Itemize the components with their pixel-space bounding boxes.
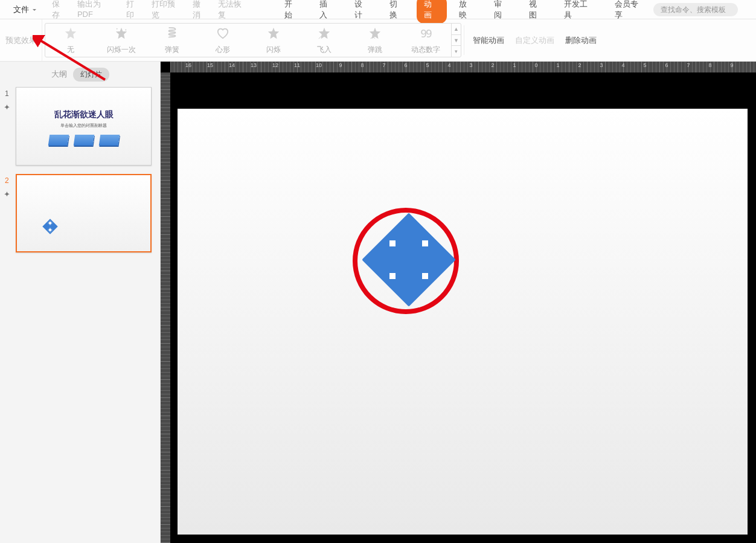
ribbon: 预览效果 无 闪烁一次 弹簧 心形 闪烁 飞入 弹跳: [0, 19, 756, 62]
gallery-item-none[interactable]: 无: [45, 25, 96, 55]
resize-handle[interactable]: [421, 240, 429, 247]
gallery-item-flash-once[interactable]: 闪烁一次: [96, 25, 147, 55]
ruler-number: 4: [621, 62, 624, 68]
ruler-number: 2: [578, 62, 581, 68]
gallery-label: 飞入: [317, 45, 332, 55]
ruler-number: 1: [513, 62, 516, 68]
slide-panel: 大纲 幻灯片 1 ✦ 乱花渐欲迷人眼 单击输入您的封面副标题 2 ✦: [0, 62, 161, 543]
ruler-number: 2: [491, 62, 494, 68]
ruler-number: 1: [556, 62, 559, 68]
menubar: 文件 保存 输出为PDF 打印 打印预览 撤消 无法恢复 开始 插入 设计 切换…: [0, 0, 756, 19]
qat-redo[interactable]: 无法恢复: [214, 0, 253, 23]
tab-member[interactable]: 会员专享: [607, 0, 653, 24]
heart-icon: [215, 25, 231, 41]
ruler-number: 5: [426, 62, 429, 68]
gallery-label: 无: [67, 45, 74, 55]
star-none-icon: [63, 25, 78, 41]
slide-canvas[interactable]: [178, 109, 748, 535]
thumbnails: 1 ✦ 乱花渐欲迷人眼 单击输入您的封面副标题 2 ✦: [0, 83, 160, 265]
ruler-number: 5: [643, 62, 646, 68]
thumbnail-1[interactable]: 1 ✦ 乱花渐欲迷人眼 单击输入您的封面副标题: [16, 87, 156, 165]
shape-quad-arrow[interactable]: [376, 227, 442, 293]
ruler-number: 0: [534, 62, 537, 68]
thumb-subtitle: 单击输入您的封面副标题: [16, 123, 151, 129]
spring-icon: [164, 25, 180, 41]
ruler-number: 11: [294, 62, 300, 68]
workspace: 大纲 幻灯片 1 ✦ 乱花渐欲迷人眼 单击输入您的封面副标题 2 ✦: [0, 62, 756, 543]
smart-animation-button[interactable]: 智能动画: [473, 35, 504, 46]
ruler-number: 9: [339, 62, 342, 68]
tab-animation[interactable]: 动画: [417, 0, 447, 24]
tab-insert[interactable]: 插入: [312, 0, 342, 24]
qat-print[interactable]: 打印: [123, 0, 146, 23]
qat-print-preview[interactable]: 打印预览: [148, 0, 187, 23]
gallery-label: 动态数字: [411, 45, 440, 55]
slide-number: 1: [5, 89, 9, 98]
quick-access-toolbar: 保存 输出为PDF 打印 打印预览 撤消 无法恢复: [48, 0, 253, 23]
tab-transition[interactable]: 切换: [382, 0, 412, 24]
num99-icon: 99: [418, 25, 434, 41]
gallery-item-dynamic-number[interactable]: 99 动态数字: [400, 25, 451, 55]
canvas-area: 16 15 14 13 12 11 10 9 8 7 6 5 4 3 2 1 0…: [161, 62, 756, 543]
animation-star-icon: ✦: [4, 190, 10, 199]
ruler-number: 6: [665, 62, 668, 68]
ruler-number: 8: [708, 62, 711, 68]
search-box[interactable]: 查找命令、搜索模板: [653, 3, 738, 16]
thumbnail-2[interactable]: 2 ✦: [16, 174, 156, 252]
tab-design[interactable]: 设计: [347, 0, 377, 24]
resize-handle[interactable]: [389, 272, 396, 280]
gallery-item-flash[interactable]: 闪烁: [248, 25, 299, 55]
gallery-label: 心形: [216, 45, 230, 55]
ruler-number: 6: [404, 62, 407, 68]
thumb-shape-arrows: [42, 219, 57, 234]
ruler-number: 13: [251, 62, 257, 68]
file-menu[interactable]: 文件: [0, 1, 42, 19]
svg-point-1: [125, 30, 126, 31]
gallery-label: 闪烁: [266, 45, 281, 55]
gallery-item-heart[interactable]: 心形: [197, 25, 248, 55]
delete-animation-button[interactable]: 删除动画: [565, 35, 597, 46]
ruler-number: 14: [229, 62, 235, 68]
resize-handle[interactable]: [421, 272, 429, 280]
gallery-item-bounce[interactable]: 弹跳: [350, 25, 400, 55]
outline-tab[interactable]: 大纲: [51, 69, 67, 80]
spinner-down[interactable]: ▼: [452, 35, 461, 47]
ruler-number: 12: [272, 62, 278, 68]
tab-home[interactable]: 开始: [277, 0, 307, 24]
star-bounce-icon: [367, 25, 383, 41]
ruler-number: 3: [600, 62, 603, 68]
gallery-item-spring[interactable]: 弹簧: [147, 25, 197, 55]
ruler-number: 16: [185, 62, 191, 68]
qat-export-pdf[interactable]: 输出为PDF: [74, 0, 120, 23]
thumb-shapes: [16, 135, 151, 146]
gallery-spinner[interactable]: ▲ ▼ ▾: [451, 24, 461, 57]
horizontal-ruler: 16 15 14 13 12 11 10 9 8 7 6 5 4 3 2 1 0…: [170, 62, 756, 72]
ruler-number: 9: [730, 62, 733, 68]
ruler-number: 7: [687, 62, 690, 68]
gallery-label: 弹簧: [165, 45, 179, 55]
custom-animation-button[interactable]: 自定义动画: [515, 35, 554, 46]
animation-gallery: 无 闪烁一次 弹簧 心形 闪烁 飞入 弹跳 99 动态数字: [45, 23, 461, 57]
thumb-title: 乱花渐欲迷人眼: [16, 109, 151, 120]
qat-save[interactable]: 保存: [48, 0, 71, 23]
vertical-ruler: [161, 72, 170, 543]
gallery-item-flyin[interactable]: 飞入: [299, 25, 350, 55]
preview-effect-button[interactable]: 预览效果: [0, 19, 42, 61]
slides-tab[interactable]: 幻灯片: [73, 68, 109, 82]
slide-number: 2: [5, 176, 9, 185]
animation-star-icon: ✦: [4, 103, 10, 112]
spinner-up[interactable]: ▲: [452, 24, 461, 35]
qat-undo[interactable]: 撤消: [189, 0, 212, 23]
gallery-label: 闪烁一次: [107, 45, 136, 55]
resize-handle[interactable]: [389, 240, 396, 247]
gallery-label: 弹跳: [368, 45, 382, 55]
ruler-number: 15: [207, 62, 213, 68]
star-fly-icon: [316, 25, 332, 41]
panel-tabs: 大纲 幻灯片: [0, 65, 160, 83]
ruler-number: 8: [360, 62, 364, 68]
spinner-more[interactable]: ▾: [452, 46, 461, 57]
ruler-number: 3: [469, 62, 472, 68]
svg-point-0: [117, 28, 118, 30]
star-sparkle-icon: [266, 25, 281, 41]
star-flash-icon: [114, 25, 129, 41]
